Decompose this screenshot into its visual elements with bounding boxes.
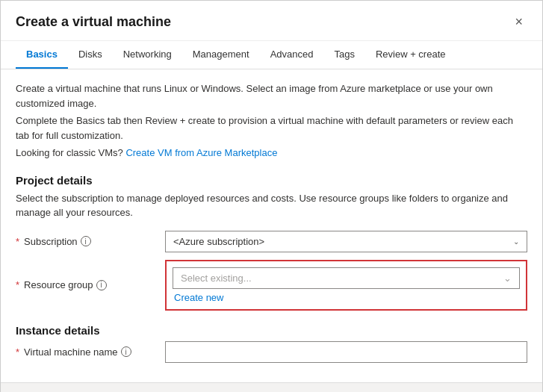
dialog-footer: Review + create < Previous Next : Disks … — [1, 382, 542, 393]
create-new-link[interactable]: Create new — [173, 292, 223, 303]
tab-networking[interactable]: Networking — [113, 41, 182, 69]
tab-disks[interactable]: Disks — [68, 41, 113, 69]
tab-tags[interactable]: Tags — [323, 41, 364, 69]
resource-group-dropdown[interactable]: Select existing... ⌄ — [173, 267, 520, 289]
subscription-control: <Azure subscription> ⌄ — [165, 231, 527, 252]
tab-advanced[interactable]: Advanced — [260, 41, 324, 69]
subscription-label-text: Subscription — [24, 236, 78, 247]
rg-chevron-icon: ⌄ — [503, 273, 512, 284]
rg-control: Select existing... ⌄ Create new — [165, 260, 527, 311]
resource-group-box: Select existing... ⌄ Create new — [165, 260, 527, 311]
subscription-label: * Subscription i — [16, 236, 165, 247]
subscription-chevron-icon: ⌄ — [513, 237, 519, 246]
create-vm-dialog: Create a virtual machine × Basics Disks … — [0, 0, 543, 392]
resource-group-label: * Resource group i — [16, 279, 165, 290]
tab-bar: Basics Disks Networking Management Advan… — [1, 41, 542, 69]
vm-name-label: * Virtual machine name i — [16, 346, 165, 358]
intro-line1: Create a virtual machine that runs Linux… — [16, 81, 527, 111]
intro-classic: Looking for classic VMs? Create VM from … — [16, 146, 527, 161]
tab-management[interactable]: Management — [182, 41, 260, 69]
dialog-body: Create a virtual machine that runs Linux… — [1, 69, 542, 382]
tab-basics[interactable]: Basics — [16, 41, 68, 69]
vm-name-row: * Virtual machine name i — [16, 341, 527, 363]
vm-name-control — [165, 341, 527, 363]
classic-vms-prefix: Looking for classic VMs? — [16, 147, 125, 158]
rg-placeholder: Select existing... — [181, 273, 252, 284]
instance-details-title: Instance details — [16, 324, 527, 337]
vm-name-info-icon[interactable]: i — [121, 346, 131, 357]
classic-vms-link[interactable]: Create VM from Azure Marketplace — [125, 147, 277, 158]
rg-info-icon[interactable]: i — [96, 280, 107, 290]
project-details-desc: Select the subscription to manage deploy… — [16, 191, 527, 220]
subscription-value: <Azure subscription> — [173, 236, 264, 247]
close-button[interactable]: × — [510, 13, 527, 31]
instance-details-section: Instance details * Virtual machine name … — [16, 324, 527, 363]
vm-name-label-text: Virtual machine name — [24, 346, 118, 358]
subscription-required-star: * — [16, 236, 19, 247]
project-details-title: Project details — [16, 174, 527, 187]
resource-group-row: * Resource group i Select existing... ⌄ … — [16, 260, 527, 311]
subscription-row: * Subscription i <Azure subscription> ⌄ — [16, 231, 527, 252]
rg-label-text: Resource group — [24, 279, 93, 290]
tab-review-create[interactable]: Review + create — [365, 41, 456, 69]
vm-name-input[interactable] — [165, 341, 527, 363]
subscription-info-icon[interactable]: i — [81, 236, 91, 246]
vm-required-star: * — [16, 346, 19, 358]
rg-required-star: * — [16, 279, 19, 290]
intro-line2: Complete the Basics tab then Review + cr… — [16, 113, 527, 143]
dialog-title: Create a virtual machine — [16, 14, 171, 30]
dialog-header: Create a virtual machine × — [1, 1, 542, 41]
subscription-dropdown[interactable]: <Azure subscription> ⌄ — [165, 231, 527, 252]
